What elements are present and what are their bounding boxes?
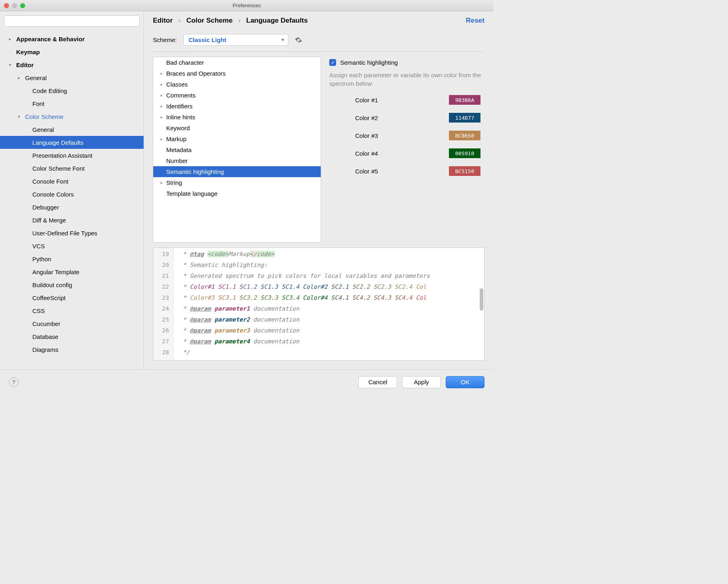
sidebar-item-label: User-Defined File Types [32, 230, 97, 237]
chevron-right-icon[interactable]: ▸ [161, 82, 166, 87]
checkbox-label: Semantic highlighting [340, 59, 398, 66]
sidebar-item-label: General [25, 74, 47, 81]
line-number: 28 [153, 347, 169, 358]
sidebar-item[interactable]: Console Font [0, 175, 144, 188]
sidebar-item-label: Debugger [32, 204, 59, 211]
sidebar-item[interactable]: General [0, 123, 144, 136]
sidebar-item[interactable]: Keymap [0, 45, 144, 58]
chevron-down-icon[interactable]: ▾ [18, 114, 23, 119]
color-swatch[interactable]: 114D77 [449, 113, 480, 123]
sidebar-item[interactable]: Font [0, 97, 144, 110]
color-swatch[interactable]: 9B3B6A [449, 95, 480, 105]
sidebar-item[interactable]: Buildout config [0, 278, 144, 291]
help-icon[interactable]: ? [9, 377, 19, 387]
sidebar-item[interactable]: ▾Editor [0, 58, 144, 71]
sidebar-item[interactable]: User-Defined File Types [0, 226, 144, 239]
breadcrumb-item: Language Defaults [246, 17, 308, 25]
sidebar-item[interactable]: Diagrams [0, 343, 144, 356]
category-label: Inline hints [166, 114, 195, 121]
sidebar-item-label: Angular Template [32, 269, 79, 275]
category-item[interactable]: ▸Semantic highlighting [153, 166, 321, 177]
sidebar-item[interactable]: Console Colors [0, 188, 144, 201]
apply-button[interactable]: Apply [402, 376, 441, 388]
sidebar-item[interactable]: ▸General [0, 71, 144, 84]
sidebar-item[interactable]: Presentation Assistant [0, 149, 144, 162]
sidebar-item-label: CoffeeScript [32, 294, 66, 301]
sidebar-item[interactable]: Cucumber [0, 317, 144, 330]
chevron-right-icon[interactable]: ▸ [161, 71, 166, 76]
category-item[interactable]: ▸Braces and Operators [153, 68, 321, 79]
sidebar-item[interactable]: Diff & Merge [0, 214, 144, 226]
chevron-right-icon[interactable]: ▸ [161, 104, 166, 108]
category-item[interactable]: ▸Template language [153, 188, 321, 199]
scheme-label: Scheme: [153, 36, 177, 43]
sidebar-item-label: Console Colors [32, 191, 74, 198]
maximize-icon[interactable] [20, 3, 25, 8]
sidebar-item-label: Presentation Assistant [32, 152, 92, 159]
sidebar-item[interactable]: Python [0, 252, 144, 265]
sidebar-item-label: Color Scheme Font [32, 165, 85, 172]
category-item[interactable]: ▸Comments [153, 90, 321, 101]
sidebar-item[interactable]: Color Scheme Font [0, 162, 144, 175]
cancel-button[interactable]: Cancel [358, 376, 397, 388]
category-label: Markup [166, 135, 186, 142]
sidebar: ▸Appearance & BehaviorKeymap▾Editor▸Gene… [0, 11, 144, 369]
line-number: 22 [153, 281, 169, 292]
category-label: Braces and Operators [166, 70, 226, 77]
color-swatch[interactable]: BC5150 [449, 166, 480, 176]
sidebar-item[interactable]: Debugger [0, 201, 144, 214]
category-label: Bad character [166, 59, 204, 66]
gear-icon[interactable] [295, 36, 302, 44]
breadcrumb-item: Editor [153, 17, 173, 25]
scheme-value: Classic Light [188, 36, 226, 43]
reset-link[interactable]: Reset [466, 17, 485, 25]
gutter: 19202122232425262728 [153, 248, 174, 360]
category-list: ▸Bad character▸Braces and Operators▸Clas… [153, 57, 321, 243]
category-item[interactable]: ▸Inline hints [153, 112, 321, 123]
chevron-right-icon[interactable]: ▸ [161, 180, 166, 185]
sidebar-item[interactable]: Database [0, 330, 144, 343]
category-item[interactable]: ▸Keyword [153, 123, 321, 133]
sidebar-item[interactable]: Language Defaults [0, 136, 144, 149]
semantic-highlighting-checkbox[interactable]: ✓ [329, 59, 336, 66]
sidebar-item[interactable]: VCS [0, 239, 144, 252]
chevron-right-icon[interactable]: ▸ [161, 115, 166, 119]
chevron-right-icon[interactable]: ▸ [161, 137, 166, 141]
sidebar-item[interactable]: Code Editing [0, 84, 144, 97]
chevron-right-icon[interactable]: ▸ [161, 93, 166, 97]
ok-button[interactable]: OK [446, 376, 485, 388]
category-item[interactable]: ▸Classes [153, 79, 321, 90]
sidebar-item-label: Buildout config [32, 281, 72, 288]
sidebar-item[interactable]: ▾Color Scheme [0, 110, 144, 123]
color-row: Color #4005910 [355, 148, 485, 158]
chevron-right-icon[interactable]: ▸ [18, 75, 23, 80]
category-item[interactable]: ▸Metadata [153, 144, 321, 155]
color-swatch[interactable]: BC8650 [449, 131, 480, 140]
color-row: Color #3BC8650 [355, 131, 485, 140]
sidebar-item[interactable]: CSS [0, 304, 144, 317]
search-input[interactable] [4, 15, 140, 27]
category-item[interactable]: ▸Identifiers [153, 101, 321, 112]
category-item[interactable]: ▸String [153, 177, 321, 188]
category-item[interactable]: ▸Markup [153, 133, 321, 144]
sidebar-item-label: Editor [16, 61, 34, 68]
sidebar-item[interactable]: CoffeeScript [0, 291, 144, 304]
chevron-right-icon[interactable]: ▸ [9, 36, 14, 42]
scrollbar[interactable] [480, 288, 483, 311]
color-row: Color #2114D77 [355, 113, 485, 123]
sidebar-item-label: Appearance & Behavior [16, 36, 85, 42]
line-number: 21 [153, 271, 169, 281]
color-swatch[interactable]: 005910 [449, 148, 480, 158]
close-icon[interactable] [4, 3, 9, 8]
color-row: Color #5BC5150 [355, 166, 485, 176]
category-item[interactable]: ▸Bad character [153, 57, 321, 68]
sidebar-item[interactable]: Angular Template [0, 265, 144, 278]
chevron-down-icon[interactable]: ▾ [9, 62, 14, 68]
scheme-select[interactable]: Classic Light ▼ [183, 34, 288, 46]
chevron-right-icon: › [178, 17, 181, 25]
sidebar-item[interactable]: ▸Appearance & Behavior [0, 32, 144, 45]
line-number: 27 [153, 336, 169, 347]
color-label: Color #5 [355, 168, 378, 175]
category-item[interactable]: ▸Number [153, 155, 321, 166]
sidebar-item-label: Database [32, 333, 58, 340]
